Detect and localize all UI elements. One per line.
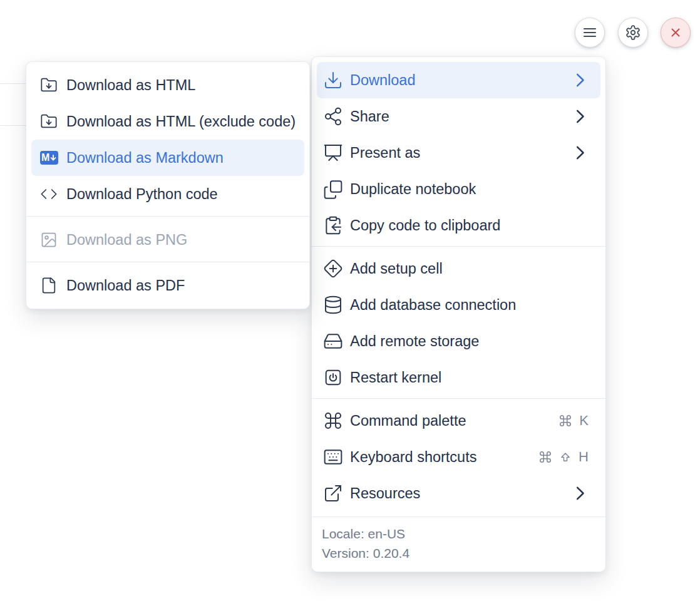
share-icon — [323, 106, 343, 126]
menu-item-command-palette[interactable]: Command paletteK — [317, 403, 600, 439]
clipboard-copy-icon — [323, 215, 343, 235]
menu-item-download-as-markdown[interactable]: MDownload as Markdown — [31, 140, 304, 176]
menu-item-keyboard-shortcuts[interactable]: Keyboard shortcutsH — [317, 439, 600, 475]
menu-item-label: Present as — [350, 145, 420, 162]
menu-item-label: Download as HTML (exclude code) — [66, 113, 296, 130]
file-icon — [40, 277, 58, 294]
presentation-icon — [323, 143, 343, 163]
menu-item-label: Restart kernel — [350, 369, 441, 386]
page-rule — [0, 83, 26, 84]
menu-item-label: Copy code to clipboard — [350, 217, 500, 234]
menu-item-copy-code-to-clipboard[interactable]: Copy code to clipboard — [317, 207, 600, 244]
download-icon — [323, 70, 343, 90]
menu-item-download-as-html[interactable]: Download as HTML — [31, 67, 304, 103]
menu-button[interactable] — [575, 18, 605, 48]
external-link-icon — [323, 483, 343, 503]
copy-icon — [323, 179, 343, 199]
menu-footer: Locale: en-US Version: 0.20.4 — [312, 516, 605, 567]
menu-item-label: Download as Markdown — [66, 150, 224, 167]
code-icon — [40, 185, 58, 203]
menu-item-share[interactable]: Share — [317, 98, 600, 135]
menu-item-add-setup-cell[interactable]: Add setup cell — [317, 250, 600, 287]
power-square-icon — [323, 367, 343, 388]
chevron-right-icon — [576, 145, 585, 160]
chevron-right-icon — [576, 73, 585, 88]
cmd-key-icon — [558, 414, 572, 428]
menu-item-label: Command palette — [350, 413, 466, 429]
menu-item-label: Resources — [350, 485, 420, 502]
menu-item-add-remote-storage[interactable]: Add remote storage — [317, 323, 600, 359]
menu-item-download-as-html-exclude-code[interactable]: Download as HTML (exclude code) — [31, 103, 304, 140]
menu-separator — [312, 246, 605, 247]
gear-icon — [625, 24, 641, 41]
keyboard-icon — [323, 447, 343, 467]
hard-drive-icon — [323, 331, 343, 351]
menu-item-download[interactable]: Download — [317, 62, 600, 98]
menu-separator — [26, 216, 309, 217]
menu-item-download-python-code[interactable]: Download Python code — [31, 176, 304, 212]
cmd-key-icon — [538, 450, 552, 464]
download-submenu: Download as HTMLDownload as HTML (exclud… — [26, 61, 310, 309]
image-icon — [40, 231, 58, 249]
menu-item-label: Download as PDF — [66, 277, 185, 294]
menu-separator — [26, 262, 309, 262]
menu-item-download-as-pdf[interactable]: Download as PDF — [31, 267, 304, 304]
close-icon — [669, 26, 682, 39]
menu-item-restart-kernel[interactable]: Restart kernel — [317, 359, 600, 396]
folder-down-icon — [40, 76, 58, 94]
menu-item-label: Duplicate notebook — [350, 181, 476, 198]
menu-item-label: Add setup cell — [350, 260, 443, 277]
markdown-badge-icon: M — [40, 151, 58, 165]
diamond-plus-icon — [323, 259, 343, 279]
notebook-menu: DownloadSharePresent asDuplicate noteboo… — [311, 56, 606, 572]
database-icon — [323, 295, 343, 315]
settings-button[interactable] — [618, 18, 648, 48]
menu-item-label: Share — [350, 108, 389, 125]
menu-item-present-as[interactable]: Present as — [317, 135, 600, 171]
menu-item-duplicate-notebook[interactable]: Duplicate notebook — [317, 171, 600, 207]
menu-item-label: Download as PNG — [66, 232, 187, 249]
close-button[interactable] — [661, 18, 691, 48]
menu-item-label: Add database connection — [350, 297, 516, 314]
shortcut-key: H — [579, 449, 589, 465]
menu-separator — [312, 398, 605, 399]
menu-item-download-as-png: Download as PNG — [31, 222, 304, 258]
hamburger-icon — [582, 25, 597, 40]
menu-item-label: Download as HTML — [66, 77, 195, 94]
menu-item-label: Download Python code — [66, 186, 218, 203]
menu-item-add-database-connection[interactable]: Add database connection — [317, 287, 600, 323]
menu-item-resources[interactable]: Resources — [317, 475, 600, 511]
menu-item-label: Add remote storage — [350, 333, 479, 350]
shortcut-key: K — [579, 413, 589, 429]
version-text: Version: 0.20.4 — [322, 543, 595, 563]
menu-item-label: Download — [350, 72, 416, 89]
locale-text: Locale: en-US — [322, 524, 595, 543]
page-rule — [0, 125, 26, 126]
page: DownloadSharePresent asDuplicate noteboo… — [0, 0, 700, 616]
chevron-right-icon — [576, 109, 585, 124]
menu-item-label: Keyboard shortcuts — [350, 449, 476, 466]
shift-key-icon — [559, 451, 572, 463]
chevron-right-icon — [576, 486, 585, 501]
command-icon — [323, 411, 343, 431]
folder-down-icon — [40, 113, 58, 130]
